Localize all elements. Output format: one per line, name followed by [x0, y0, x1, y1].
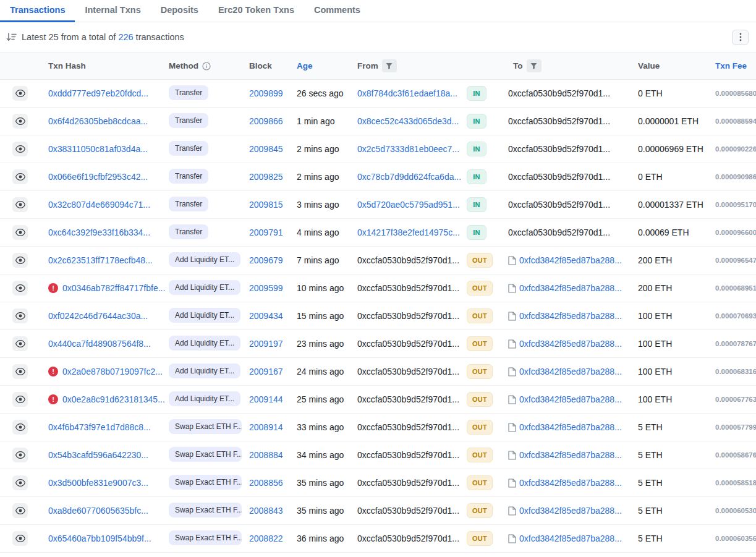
preview-transaction-button[interactable]	[12, 225, 28, 240]
header-age[interactable]: Age	[297, 61, 357, 70]
tab-internal-txns[interactable]: Internal Txns	[75, 0, 150, 22]
from-address[interactable]: 0xccfa0530b9d52f970d1...	[357, 394, 459, 404]
block-link[interactable]: 2009197	[249, 339, 283, 349]
preview-transaction-button[interactable]	[12, 448, 28, 462]
preview-transaction-button[interactable]	[12, 308, 28, 323]
preview-transaction-button[interactable]	[12, 531, 28, 546]
to-address[interactable]: 0xfcd3842f85ed87ba288...	[519, 255, 622, 265]
total-transactions-link[interactable]: 226	[118, 32, 133, 42]
info-icon[interactable]	[202, 62, 211, 70]
from-address[interactable]: 0xccfa0530b9d52f970d1...	[357, 255, 459, 265]
from-address[interactable]: 0xccfa0530b9d52f970d1...	[357, 311, 459, 321]
from-address[interactable]: 0xccfa0530b9d52f970d1...	[357, 422, 459, 432]
from-filter-button[interactable]	[382, 59, 397, 72]
preview-transaction-button[interactable]	[12, 336, 28, 351]
to-address[interactable]: 0xccfa0530b9d52f970d1...	[508, 172, 610, 182]
to-address[interactable]: 0xfcd3842f85ed87ba288...	[519, 422, 622, 432]
from-address[interactable]: 0xccfa0530b9d52f970d1...	[357, 534, 459, 543]
block-link[interactable]: 2009899	[249, 88, 283, 98]
txn-hash-link[interactable]: 0x440ca7fd489087564f8...	[48, 339, 151, 349]
to-address[interactable]: 0xfcd3842f85ed87ba288...	[519, 367, 622, 376]
to-address[interactable]: 0xfcd3842f85ed87ba288...	[519, 450, 622, 460]
block-link[interactable]: 2009791	[249, 227, 283, 237]
block-link[interactable]: 2008843	[249, 506, 283, 516]
filter-icon	[530, 63, 537, 69]
to-address[interactable]: 0xfcd3842f85ed87ba288...	[519, 534, 622, 543]
from-address[interactable]: 0x8f784dc3f61edaef18a...	[357, 88, 457, 98]
from-address[interactable]: 0xccfa0530b9d52f970d1...	[357, 283, 459, 293]
txn-hash-link[interactable]: 0x0e2a8c91d623181345...	[62, 394, 165, 404]
table-options-button[interactable]	[732, 30, 749, 45]
block-link[interactable]: 2008914	[249, 422, 283, 432]
block-link[interactable]: 2008822	[249, 534, 283, 543]
to-address[interactable]: 0xccfa0530b9d52f970d1...	[508, 227, 610, 237]
from-address[interactable]: 0x2c5d7333d81eb0eec7...	[357, 144, 459, 154]
block-link[interactable]: 2009144	[249, 394, 283, 404]
txn-hash-link[interactable]: 0xa8de60770605635bfc...	[48, 506, 148, 516]
from-address[interactable]: 0xccfa0530b9d52f970d1...	[357, 450, 459, 460]
block-link[interactable]: 2009167	[249, 367, 283, 376]
to-address[interactable]: 0xfcd3842f85ed87ba288...	[519, 283, 622, 293]
block-link[interactable]: 2009599	[249, 283, 283, 293]
to-address[interactable]: 0xfcd3842f85ed87ba288...	[519, 478, 622, 488]
preview-transaction-button[interactable]	[12, 114, 28, 129]
block-link[interactable]: 2008856	[249, 478, 283, 488]
txn-hash-link[interactable]: 0x066e6f19cfbf2953c42...	[48, 172, 148, 182]
txn-hash-link[interactable]: 0x6f4d26305beb8cdcaa...	[48, 116, 148, 126]
header-txn-fee[interactable]: Txn Fee	[715, 61, 756, 70]
block-link[interactable]: 2009825	[249, 172, 283, 182]
txn-hash-link[interactable]: 0x0346ab782ff84717fbfe...	[62, 283, 165, 293]
cell-direction: OUT	[467, 253, 508, 268]
preview-transaction-button[interactable]	[12, 392, 28, 407]
preview-transaction-button[interactable]	[12, 169, 28, 184]
block-link[interactable]: 2008884	[249, 450, 283, 460]
tab-erc20-token-txns[interactable]: Erc20 Token Txns	[208, 0, 304, 22]
txn-hash-link[interactable]: 0xddd777ed97eb20fdcd...	[48, 88, 148, 98]
preview-transaction-button[interactable]	[12, 86, 28, 101]
preview-transaction-button[interactable]	[12, 364, 28, 379]
preview-transaction-button[interactable]	[12, 420, 28, 435]
txn-hash-link[interactable]: 0x38311050c81af03d4a...	[48, 144, 148, 154]
from-address[interactable]: 0x5d720ae0c5795ad951...	[357, 200, 460, 210]
block-link[interactable]: 2009866	[249, 116, 283, 126]
preview-transaction-button[interactable]	[12, 281, 28, 296]
to-filter-button[interactable]	[527, 59, 542, 72]
txn-hash-link[interactable]: 0x2c623513ff7178ecfb48...	[48, 255, 153, 265]
to-address[interactable]: 0xccfa0530b9d52f970d1...	[508, 200, 610, 210]
to-address[interactable]: 0xccfa0530b9d52f970d1...	[508, 116, 610, 126]
block-link[interactable]: 2009679	[249, 255, 283, 265]
txn-hash-link[interactable]: 0x54b3cafd596a642230...	[48, 450, 148, 460]
txn-hash-link[interactable]: 0x2a0e878b0719097fc2...	[62, 367, 163, 376]
preview-transaction-button[interactable]	[12, 142, 28, 156]
preview-transaction-button[interactable]	[12, 197, 28, 212]
preview-transaction-button[interactable]	[12, 253, 28, 268]
to-address[interactable]: 0xfcd3842f85ed87ba288...	[519, 339, 622, 349]
preview-transaction-button[interactable]	[12, 475, 28, 490]
to-address[interactable]: 0xfcd3842f85ed87ba288...	[519, 311, 622, 321]
txn-hash-link[interactable]: 0x3d500bfe831e9007c3...	[48, 478, 148, 488]
txn-hash-link[interactable]: 0x32c807d4e669094c71...	[48, 200, 150, 210]
block-link[interactable]: 2009845	[249, 144, 283, 154]
txn-hash-link[interactable]: 0xc64c392f9e33f16b334...	[48, 227, 150, 237]
to-address[interactable]: 0xccfa0530b9d52f970d1...	[508, 144, 610, 154]
tab-deposits[interactable]: Deposits	[151, 0, 208, 22]
txn-hash-link[interactable]: 0x65460a7bb109f54bb9f...	[48, 534, 151, 543]
from-address[interactable]: 0xccfa0530b9d52f970d1...	[357, 478, 459, 488]
from-address[interactable]: 0xc78cb7d9dd624fca6da...	[357, 172, 461, 182]
from-address[interactable]: 0xccfa0530b9d52f970d1...	[357, 367, 459, 376]
to-address[interactable]: 0xfcd3842f85ed87ba288...	[519, 506, 622, 516]
from-address[interactable]: 0xccfa0530b9d52f970d1...	[357, 506, 459, 516]
from-address[interactable]: 0x8cec52c433d065de3d...	[357, 116, 459, 126]
preview-transaction-button[interactable]	[12, 503, 28, 518]
tab-comments[interactable]: Comments	[304, 0, 370, 22]
txn-hash-link[interactable]: 0xf0242c46d7644ac30a...	[48, 311, 148, 321]
txn-hash-link[interactable]: 0x4f6b473f97e1d7d88c8...	[48, 422, 151, 432]
to-address[interactable]: 0xccfa0530b9d52f970d1...	[508, 88, 610, 98]
to-address[interactable]: 0xfcd3842f85ed87ba288...	[519, 394, 622, 404]
block-link[interactable]: 2009815	[249, 200, 283, 210]
cell-eye	[0, 142, 48, 156]
block-link[interactable]: 2009434	[249, 311, 283, 321]
from-address[interactable]: 0xccfa0530b9d52f970d1...	[357, 339, 459, 349]
from-address[interactable]: 0x14217f38e2fed14975c...	[357, 227, 460, 237]
tab-transactions[interactable]: Transactions	[0, 0, 75, 22]
